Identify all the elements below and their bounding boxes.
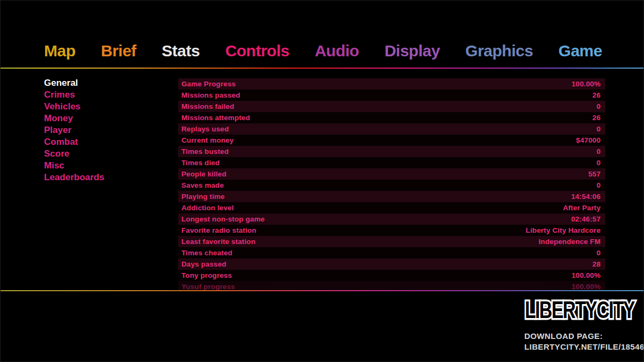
stat-row-game-progress: Game Progress100.00% bbox=[178, 78, 605, 90]
sidebar-item-misc[interactable]: Misc bbox=[44, 160, 104, 172]
stat-row-current-money: Current money$47000 bbox=[178, 135, 605, 146]
stat-label: Favorite radio station bbox=[181, 226, 256, 234]
stat-label: Times cheated bbox=[181, 249, 232, 257]
stat-row-times-cheated: Times cheated0 bbox=[178, 247, 605, 258]
stat-row-saves-made: Saves made0 bbox=[178, 180, 605, 191]
stat-row-days-passed: Days passed28 bbox=[178, 258, 605, 270]
tab-stats[interactable]: Stats bbox=[162, 42, 200, 60]
stat-label: Yusuf progress bbox=[181, 283, 235, 291]
libertycity-logo: LIBERTYCITY bbox=[522, 295, 638, 325]
tab-graphics[interactable]: Graphics bbox=[465, 42, 533, 60]
stat-row-missions-passed: Missions passed26 bbox=[178, 90, 605, 101]
stat-value: 0 bbox=[596, 102, 601, 110]
stat-value: 14:54:06 bbox=[571, 193, 601, 201]
stat-label: Missions passed bbox=[181, 91, 240, 99]
download-info: DOWNLOAD PAGE: LIBERTYCITY.NET/FILE/1854… bbox=[524, 331, 644, 352]
stat-row-least-favorite-station: Least favorite stationIndependence FM bbox=[178, 236, 605, 247]
stat-row-missions-failed: Missions failed0 bbox=[178, 101, 605, 112]
sidebar-item-general[interactable]: General bbox=[44, 77, 104, 89]
sidebar-item-crimes[interactable]: Crimes bbox=[44, 89, 104, 101]
stat-row-times-busted: Times busted0 bbox=[178, 146, 605, 157]
stat-label: Tony progress bbox=[181, 271, 232, 279]
stat-label: Times died bbox=[181, 159, 219, 167]
sidebar-item-combat[interactable]: Combat bbox=[44, 136, 104, 148]
libertycity-logo-text: LIBERTYCITY bbox=[525, 297, 635, 323]
stat-row-times-died: Times died0 bbox=[178, 157, 605, 168]
footer-divider-gradient bbox=[0, 290, 644, 291]
sidebar-item-leaderboards[interactable]: Leaderboards bbox=[44, 172, 104, 183]
tab-brief[interactable]: Brief bbox=[101, 42, 136, 60]
tab-controls[interactable]: Controls bbox=[225, 42, 289, 60]
stat-label: Least favorite station bbox=[181, 238, 255, 246]
stat-value: 0 bbox=[596, 147, 601, 156]
stat-label: Addiction level bbox=[181, 204, 234, 212]
stat-row-tony-progress: Tony progress100.00% bbox=[178, 270, 605, 281]
stat-value: After Party bbox=[563, 204, 601, 212]
stat-row-yusuf-progress: Yusuf progress100.00% bbox=[178, 281, 605, 291]
stat-value: 0 bbox=[596, 159, 601, 167]
stat-value: 0 bbox=[596, 249, 601, 257]
tab-display[interactable]: Display bbox=[384, 42, 440, 60]
stat-label: People killed bbox=[181, 170, 226, 178]
stat-label: Times busted bbox=[181, 147, 229, 156]
stat-label: Missions failed bbox=[181, 102, 234, 110]
stat-value: 100.00% bbox=[572, 283, 601, 291]
stat-value: 100.00% bbox=[572, 80, 601, 88]
stat-value: 02:46:57 bbox=[571, 215, 601, 223]
stat-label: Longest non-stop game bbox=[181, 215, 265, 223]
stat-row-people-killed: People killed557 bbox=[178, 168, 605, 180]
stat-row-playing-time: Playing time14:54:06 bbox=[178, 191, 605, 202]
top-nav: Map Brief Stats Controls Audio Display G… bbox=[44, 42, 602, 60]
stat-value: 26 bbox=[592, 114, 601, 122]
nav-divider-gradient bbox=[0, 68, 644, 69]
tab-audio[interactable]: Audio bbox=[314, 42, 358, 60]
download-page-url: LIBERTYCITY.NET/FILE/185469 bbox=[524, 342, 644, 352]
stat-label: Game Progress bbox=[181, 80, 236, 88]
stat-row-replays-used: Replays used0 bbox=[178, 123, 605, 135]
stats-category-sidebar: General Crimes Vehicles Money Player Com… bbox=[44, 77, 104, 183]
stat-label: Missions attempted bbox=[181, 114, 250, 122]
stat-value: 0 bbox=[596, 125, 601, 133]
sidebar-item-money[interactable]: Money bbox=[44, 113, 104, 124]
stats-screen: { "nav": { "items": [ {"label": "Map", "… bbox=[0, 0, 644, 362]
stat-row-longest-nonstop-game: Longest non-stop game02:46:57 bbox=[178, 213, 605, 225]
tab-game[interactable]: Game bbox=[559, 42, 602, 60]
stat-row-addiction-level: Addiction levelAfter Party bbox=[178, 202, 605, 213]
stat-label: Days passed bbox=[181, 260, 226, 268]
stat-value: $47000 bbox=[576, 136, 601, 144]
sidebar-item-score[interactable]: Score bbox=[44, 148, 104, 160]
stat-value: 557 bbox=[588, 170, 601, 178]
stat-row-favorite-radio-station: Favorite radio stationLiberty City Hardc… bbox=[178, 225, 605, 236]
tab-map[interactable]: Map bbox=[44, 42, 76, 60]
stats-table: Game Progress100.00% Missions passed26 M… bbox=[178, 78, 605, 291]
stat-value: Independence FM bbox=[538, 238, 601, 246]
sidebar-item-player[interactable]: Player bbox=[44, 124, 104, 136]
stat-label: Saves made bbox=[181, 181, 224, 189]
download-page-label: DOWNLOAD PAGE: bbox=[524, 331, 644, 342]
stat-row-missions-attempted: Missions attempted26 bbox=[178, 112, 605, 123]
stat-value: 100.00% bbox=[572, 271, 601, 279]
stat-value: 0 bbox=[596, 181, 601, 189]
stat-value: 26 bbox=[592, 91, 601, 99]
stat-value: Liberty City Hardcore bbox=[526, 226, 601, 234]
stat-label: Replays used bbox=[181, 125, 229, 133]
stat-label: Playing time bbox=[181, 193, 225, 201]
stat-label: Current money bbox=[181, 136, 233, 144]
sidebar-item-vehicles[interactable]: Vehicles bbox=[44, 101, 104, 113]
stat-value: 28 bbox=[592, 260, 601, 268]
